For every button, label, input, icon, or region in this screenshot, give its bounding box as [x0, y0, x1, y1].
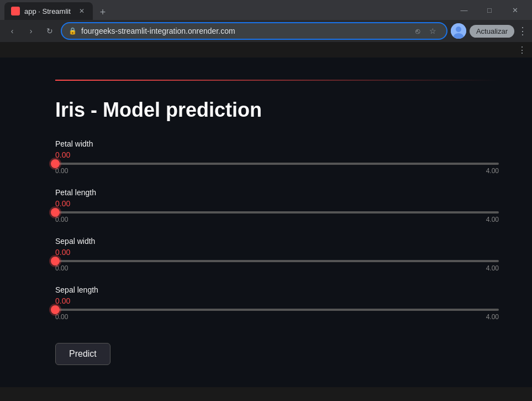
share-icon[interactable]: ⎋	[411, 24, 424, 38]
window-controls: — □ ✕	[451, 0, 528, 20]
slider-track-3	[55, 309, 499, 311]
url-address: fourgeeks-streamlit-integration.onrender…	[81, 27, 407, 35]
forward-button[interactable]: ›	[23, 23, 39, 39]
slider-min-3: 0.00	[55, 313, 68, 321]
slider-range-0: 0.00 4.00	[55, 167, 499, 175]
app-menu-bar: ⋮	[0, 42, 532, 58]
browser-menu-icon[interactable]: ⋮	[518, 25, 528, 37]
slider-track-container-3[interactable]	[55, 309, 499, 311]
slider-range-1: 0.00 4.00	[55, 216, 499, 223]
slider-value-3: 0.00	[55, 296, 499, 305]
tab-title: app · Streamlit	[24, 7, 73, 15]
slider-max-1: 4.00	[486, 216, 499, 223]
address-bar: ‹ › ↻ 🔒 fourgeeks-streamlit-integration.…	[0, 20, 532, 42]
lock-icon: 🔒	[69, 27, 77, 35]
slider-track-2	[55, 260, 499, 262]
slider-thumb-0[interactable]	[51, 159, 60, 168]
slider-section-3: Sepal length 0.00 0.00 4.00	[55, 285, 499, 321]
slider-value-2: 0.00	[55, 248, 499, 257]
bookmark-icon[interactable]: ☆	[426, 24, 440, 38]
slider-thumb-1[interactable]	[51, 208, 60, 217]
slider-track-container-1[interactable]	[55, 211, 499, 213]
slider-label-2: Sepal width	[55, 237, 499, 246]
refresh-button[interactable]: ↻	[42, 23, 57, 39]
browser-tab[interactable]: app · Streamlit ✕	[4, 2, 93, 20]
slider-value-1: 0.00	[55, 199, 499, 208]
maximize-button[interactable]: □	[477, 0, 502, 20]
slider-max-3: 4.00	[486, 313, 499, 321]
app-content: Iris - Model prediction Petal width 0.00…	[0, 58, 532, 387]
slider-min-1: 0.00	[55, 216, 68, 223]
update-button[interactable]: Actualizar	[470, 25, 514, 38]
slider-label-1: Petal length	[55, 188, 499, 197]
slider-label-0: Petal width	[55, 139, 499, 148]
tab-favicon	[11, 7, 20, 15]
predict-button[interactable]: Predict	[55, 343, 110, 365]
slider-track-container-2[interactable]	[55, 260, 499, 262]
slider-min-0: 0.00	[55, 167, 68, 175]
slider-track-container-0[interactable]	[55, 163, 499, 165]
slider-thumb-3[interactable]	[51, 305, 60, 314]
slider-section-1: Petal length 0.00 0.00 4.00	[55, 188, 499, 223]
slider-value-0: 0.00	[55, 150, 499, 159]
slider-max-0: 4.00	[486, 167, 499, 175]
slider-min-2: 0.00	[55, 264, 68, 272]
url-bar[interactable]: 🔒 fourgeeks-streamlit-integration.onrend…	[61, 22, 447, 40]
slider-range-3: 0.00 4.00	[55, 313, 499, 321]
top-accent-line	[55, 80, 499, 81]
tab-close-icon[interactable]: ✕	[77, 7, 86, 15]
page-title: Iris - Model prediction	[55, 98, 499, 122]
app-menu-dots-icon[interactable]: ⋮	[518, 45, 528, 55]
svg-point-1	[456, 27, 461, 32]
sliders-container: Petal width 0.00 0.00 4.00 Petal length …	[55, 139, 499, 321]
minimize-button[interactable]: —	[451, 0, 477, 20]
slider-track-1	[55, 211, 499, 213]
new-tab-button[interactable]: +	[95, 4, 110, 20]
slider-section-2: Sepal width 0.00 0.00 4.00	[55, 237, 499, 272]
profile-avatar[interactable]	[451, 23, 466, 39]
slider-label-3: Sepal length	[55, 285, 499, 294]
slider-track-0	[55, 163, 499, 165]
back-button[interactable]: ‹	[4, 23, 20, 39]
close-button[interactable]: ✕	[502, 0, 528, 20]
slider-section-0: Petal width 0.00 0.00 4.00	[55, 139, 499, 175]
slider-range-2: 0.00 4.00	[55, 264, 499, 272]
slider-max-2: 4.00	[486, 264, 499, 272]
url-actions: ⎋ ☆	[411, 24, 440, 38]
slider-thumb-2[interactable]	[51, 257, 60, 265]
